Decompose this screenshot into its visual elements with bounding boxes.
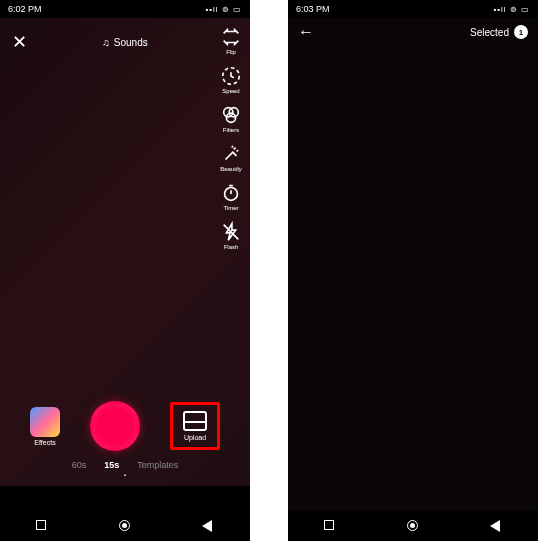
tab-indicator: • [0,472,250,478]
svg-point-2 [229,108,238,117]
tool-flash[interactable]: Flash [220,221,242,250]
nav-home[interactable] [119,520,131,532]
status-time: 6:02 PM [8,4,42,14]
status-bar: 6:03 PM ••ll ⊚ ▭ [288,0,538,18]
filters-icon [220,104,242,126]
phone-left-record: 6:02 PM ••ll ⊚ ▭ ✕ ♫ Sounds Flip Speed F… [0,0,250,541]
bottom-controls: Effects Upload 60s 15s Templates • [0,396,250,486]
flash-icon [220,221,242,243]
tab-templates[interactable]: Templates [137,460,178,470]
timer-icon [220,182,242,204]
status-bar: 6:02 PM ••ll ⊚ ▭ [0,0,250,18]
upload-icon [183,411,207,431]
tool-filters[interactable]: Filters [220,104,242,133]
phone-right-gallery: 6:03 PM ••ll ⊚ ▭ ← Selected 1 [288,0,538,541]
gallery-top-bar: ← Selected 1 [288,20,538,44]
beautify-icon [220,143,242,165]
top-bar: ✕ ♫ Sounds [0,22,250,62]
side-toolbar: Flip Speed Filters Beautify Timer Flash [220,26,242,250]
sounds-label: Sounds [114,37,148,48]
effects-button[interactable]: Effects [30,407,60,446]
tool-speed[interactable]: Speed [220,65,242,94]
duration-tabs: 60s 15s Templates [0,460,250,470]
nav-recents[interactable] [36,520,48,532]
speed-icon [220,65,242,87]
back-arrow-icon[interactable]: ← [298,23,314,41]
effects-icon [30,407,60,437]
nav-back[interactable] [490,520,502,532]
nav-back[interactable] [202,520,214,532]
tool-flip[interactable]: Flip [220,26,242,55]
tab-60s[interactable]: 60s [72,460,87,470]
music-note-icon: ♫ [102,37,110,48]
upload-highlight: Upload [170,402,220,450]
selected-count-badge: 1 [514,25,528,39]
upload-button[interactable]: Upload [183,411,207,441]
tab-15s[interactable]: 15s [104,460,119,470]
android-nav [288,511,538,541]
android-nav [0,511,250,541]
gallery-viewport [288,18,538,511]
status-indicators: ••ll ⊚ ▭ [493,5,530,14]
nav-recents[interactable] [324,520,336,532]
tool-beautify[interactable]: Beautify [220,143,242,172]
close-icon[interactable]: ✕ [12,31,32,53]
selected-indicator[interactable]: Selected 1 [470,25,528,39]
svg-point-3 [226,113,235,122]
status-indicators: ••ll ⊚ ▭ [205,5,242,14]
flip-icon [220,26,242,48]
status-time: 6:03 PM [296,4,330,14]
sounds-button[interactable]: ♫ Sounds [32,37,218,48]
record-button[interactable] [90,401,140,451]
tool-timer[interactable]: Timer [220,182,242,211]
nav-home[interactable] [407,520,419,532]
selected-label: Selected [470,27,509,38]
